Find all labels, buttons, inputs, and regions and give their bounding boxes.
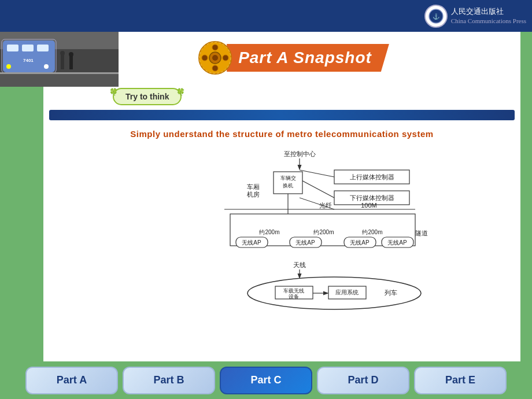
- svg-rect-6: [7, 45, 19, 51]
- nav-btn-part-a[interactable]: Part A: [25, 367, 118, 394]
- svg-text:无线AP: 无线AP: [295, 239, 315, 246]
- svg-text:约200m: 约200m: [259, 229, 279, 235]
- svg-point-23: [212, 45, 218, 50]
- diagram-area: Simply understand the structure of metro…: [43, 120, 520, 361]
- svg-text:100M: 100M: [361, 202, 377, 209]
- svg-text:应用系统: 应用系统: [335, 289, 359, 295]
- main-container: ⚓ 人民交通出版社 China Communications Press: [0, 0, 532, 399]
- nav-btn-part-c[interactable]: Part C: [220, 367, 312, 394]
- svg-line-34: [300, 170, 334, 177]
- nav-btn-part-b[interactable]: Part B: [123, 367, 215, 394]
- svg-text:无线AP: 无线AP: [350, 239, 370, 246]
- metro-diagram-svg: 至控制中心 上行媒体控制器 下行媒体控制器: [120, 146, 444, 313]
- film-reel-icon: [198, 40, 232, 75]
- svg-text:7401: 7401: [23, 58, 34, 63]
- bottom-navigation: Part A Part B Part C Part D Part E: [0, 361, 532, 399]
- part-a-banner: Part A Snapshot: [227, 44, 389, 72]
- right-green-strip: [520, 32, 532, 361]
- svg-text:设备: 设备: [289, 294, 299, 300]
- svg-text:车厢: 车厢: [247, 183, 260, 190]
- svg-text:列车: 列车: [385, 289, 397, 296]
- svg-rect-7: [22, 45, 34, 51]
- diagram-title: Simply understand the structure of metro…: [130, 129, 433, 139]
- svg-text:至控制中心: 至控制中心: [283, 150, 315, 157]
- try-to-think-badge: Try to think: [113, 88, 182, 105]
- svg-text:无线AP: 无线AP: [242, 239, 261, 246]
- svg-point-26: [223, 55, 228, 61]
- svg-text:天线: 天线: [293, 261, 306, 268]
- svg-text:隧道: 隧道: [415, 230, 428, 237]
- svg-text:上行媒体控制器: 上行媒体控制器: [349, 173, 394, 180]
- svg-text:⚓: ⚓: [433, 13, 440, 20]
- svg-text:约200m: 约200m: [313, 229, 334, 235]
- nav-btn-part-e[interactable]: Part E: [414, 367, 507, 394]
- publisher-emblem: ⚓: [424, 5, 448, 28]
- svg-text:车载无线: 车载无线: [283, 288, 304, 294]
- nav-btn-part-d[interactable]: Part D: [317, 367, 409, 394]
- svg-point-22: [212, 55, 218, 61]
- top-bar: ⚓ 人民交通出版社 China Communications Press: [0, 0, 532, 32]
- publisher-logo: ⚓ 人民交通出版社 China Communications Press: [424, 5, 526, 28]
- svg-text:换机: 换机: [283, 183, 293, 189]
- part-a-header: Part A Snapshot: [43, 32, 520, 81]
- svg-point-25: [202, 55, 208, 61]
- content-wrapper: 7401: [0, 32, 532, 361]
- publisher-name: 人民交通出版社 China Communications Press: [451, 7, 526, 25]
- svg-point-9: [6, 64, 11, 69]
- svg-line-35: [300, 179, 334, 198]
- svg-text:约200m: 约200m: [362, 229, 382, 235]
- svg-text:机房: 机房: [247, 191, 260, 198]
- svg-text:无线AP: 无线AP: [387, 239, 407, 246]
- blue-divider: [49, 110, 515, 120]
- svg-text:下行媒体控制器: 下行媒体控制器: [349, 194, 394, 201]
- svg-text:车辆交: 车辆交: [280, 175, 295, 181]
- svg-point-24: [212, 65, 218, 71]
- center-content: 7401: [43, 32, 520, 361]
